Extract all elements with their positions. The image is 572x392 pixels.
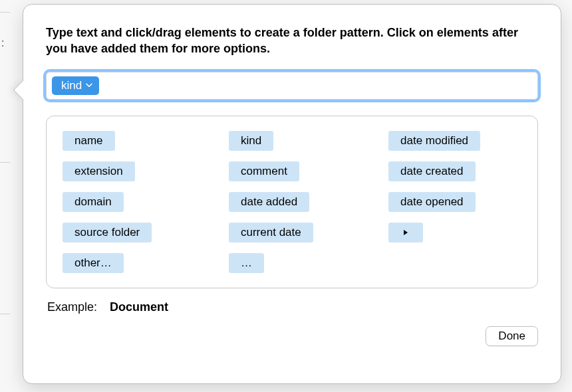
truncated-label-colon: : — [1, 37, 4, 49]
token-kind[interactable]: kind — [52, 76, 99, 95]
chip-extension[interactable]: extension — [63, 161, 135, 181]
chip-ellipsis[interactable]: … — [229, 253, 264, 273]
chip-kind[interactable]: kind — [229, 131, 273, 151]
chip-name[interactable]: name — [63, 131, 115, 151]
chip-date-modified[interactable]: date modified — [388, 131, 480, 151]
chip-comment[interactable]: comment — [229, 161, 299, 181]
example-value: Document — [110, 300, 168, 314]
chip-date-added[interactable]: date added — [229, 192, 309, 212]
elements-palette: name kind date modified extension commen… — [46, 116, 538, 288]
chip-source-folder[interactable]: source folder — [63, 223, 152, 243]
chip-other[interactable]: other… — [63, 253, 124, 273]
example-line: Example: Document — [46, 300, 538, 314]
chip-more-right[interactable] — [388, 223, 423, 243]
chip-date-opened[interactable]: date opened — [388, 192, 476, 212]
chip-domain[interactable]: domain — [63, 192, 124, 212]
pattern-input[interactable]: kind — [46, 72, 538, 100]
example-label: Example: — [47, 300, 97, 314]
done-button[interactable]: Done — [486, 326, 538, 346]
chip-current-date[interactable]: current date — [229, 223, 313, 243]
folder-pattern-popover: Type text and click/drag elements to cre… — [23, 4, 561, 384]
chip-date-created[interactable]: date created — [388, 161, 476, 181]
instructions-text: Type text and click/drag elements to cre… — [46, 25, 538, 57]
chevron-down-icon — [86, 83, 92, 88]
triangle-right-icon — [403, 229, 408, 236]
token-label: kind — [61, 79, 82, 92]
